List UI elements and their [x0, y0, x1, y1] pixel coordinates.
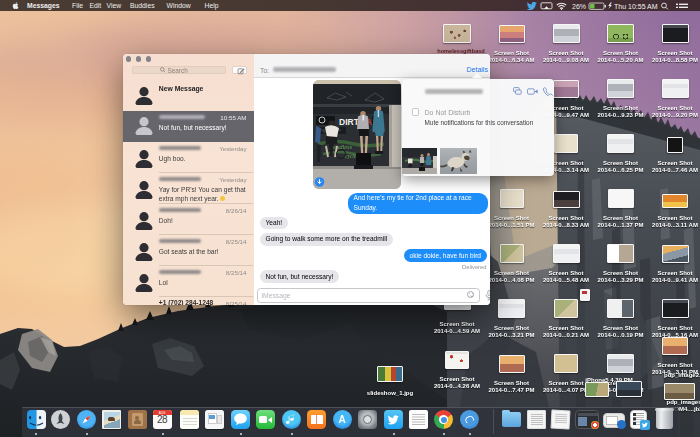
svg-text:26%: 26% [572, 2, 586, 9]
svg-text:Thu 10:55 AM: Thu 10:55 AM [614, 2, 658, 9]
svg-text:DIRT: DIRT [339, 117, 360, 127]
